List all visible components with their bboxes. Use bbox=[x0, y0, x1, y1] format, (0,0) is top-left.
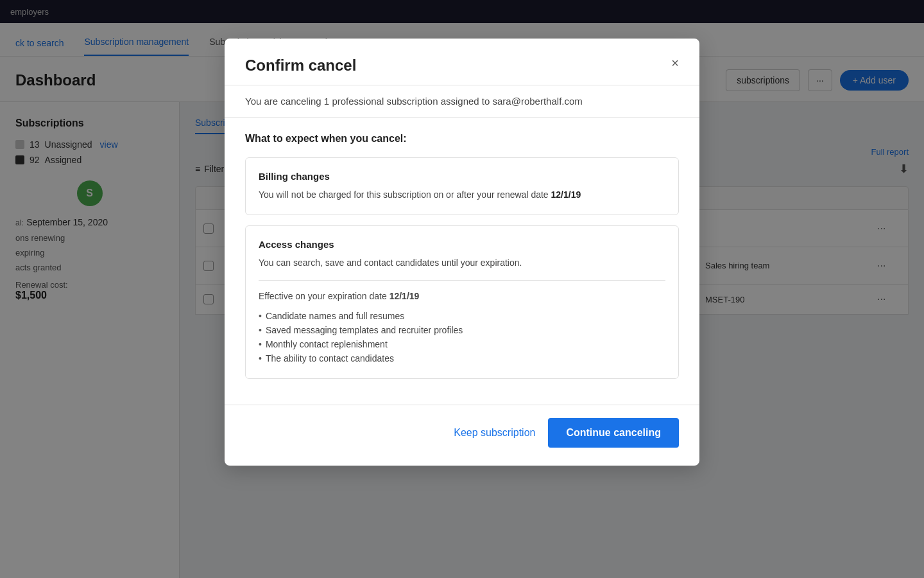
confirm-cancel-modal: Confirm cancel × You are canceling 1 pro… bbox=[225, 39, 699, 466]
billing-card-title: Billing changes bbox=[259, 171, 665, 182]
continue-canceling-button[interactable]: Continue canceling bbox=[548, 418, 679, 448]
modal-overlay: Confirm cancel × You are canceling 1 pro… bbox=[0, 0, 924, 578]
access-card-text: You can search, save and contact candida… bbox=[259, 256, 665, 270]
effective-date: 12/1/19 bbox=[389, 291, 420, 301]
modal-footer: Keep subscription Continue canceling bbox=[225, 405, 699, 466]
access-card-title: Access changes bbox=[259, 239, 665, 250]
billing-text-prefix: You will not be charged for this subscri… bbox=[259, 189, 551, 200]
access-divider bbox=[259, 280, 665, 281]
billing-date: 12/1/19 bbox=[551, 189, 581, 200]
keep-subscription-button[interactable]: Keep subscription bbox=[454, 427, 535, 439]
modal-close-button[interactable]: × bbox=[671, 57, 679, 69]
bullet-1: Candidate names and full resumes bbox=[259, 309, 665, 323]
modal-header: Confirm cancel × bbox=[225, 39, 699, 85]
modal-section-title: What to expect when you cancel: bbox=[245, 133, 679, 144]
billing-card-text: You will not be charged for this subscri… bbox=[259, 188, 665, 202]
billing-card: Billing changes You will not be charged … bbox=[245, 157, 679, 215]
modal-body: What to expect when you cancel: Billing … bbox=[225, 118, 699, 405]
bullet-4: The ability to contact candidates bbox=[259, 351, 665, 365]
modal-subtitle: You are canceling 1 professional subscri… bbox=[225, 85, 699, 118]
effective-prefix: Effective on your expiration date bbox=[259, 291, 389, 301]
access-bullets: Candidate names and full resumes Saved m… bbox=[259, 309, 665, 365]
bullet-3: Monthly contact replenishment bbox=[259, 337, 665, 351]
modal-title: Confirm cancel bbox=[245, 57, 356, 74]
bullet-2: Saved messaging templates and recruiter … bbox=[259, 323, 665, 337]
access-card: Access changes You can search, save and … bbox=[245, 225, 679, 379]
effective-date-text: Effective on your expiration date 12/1/1… bbox=[259, 291, 665, 301]
